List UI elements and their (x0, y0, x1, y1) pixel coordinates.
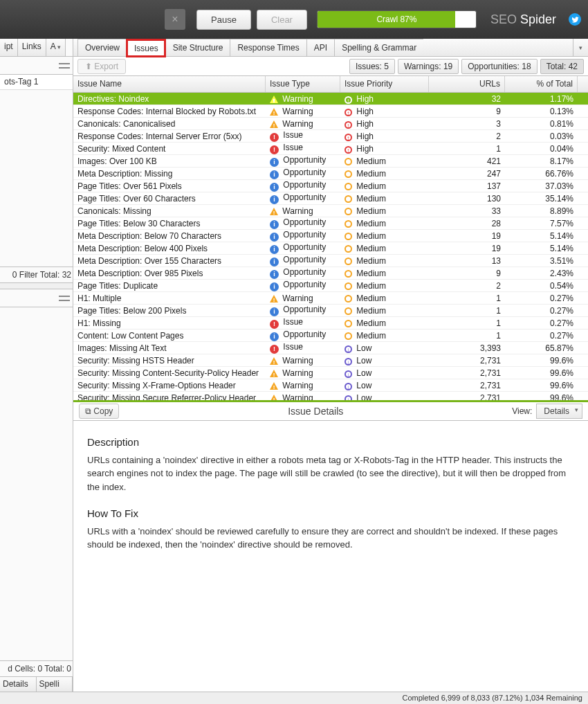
issue-icon (270, 145, 279, 154)
cell-pct: 0.81% (505, 118, 578, 129)
left-tab-links[interactable]: Links (18, 39, 46, 56)
export-button[interactable]: ⬆ Export (77, 59, 126, 74)
table-row[interactable]: H1: Missing Issue Medium10.27% (73, 317, 588, 330)
table-row[interactable]: Security: Missing HSTS Header Warning Lo… (73, 354, 588, 367)
table-row[interactable]: Directives: Noindex Warning High321.17% (73, 93, 588, 105)
table-row[interactable]: Page Titles: Over 561 Pixels Opportunity… (73, 180, 588, 192)
cell-pct: 5.14% (505, 231, 578, 242)
tab-response-times[interactable]: Response Times (230, 39, 306, 56)
cell-urls: 32 (429, 93, 505, 105)
table-row[interactable]: Page Titles: Below 200 Pixels Opportunit… (73, 305, 588, 317)
cell-pct: 0.27% (505, 305, 578, 316)
tab-api[interactable]: API (306, 39, 334, 56)
col-issue-name[interactable]: Issue Name (73, 76, 266, 92)
table-row[interactable]: Images: Over 100 KB Opportunity Medium42… (73, 155, 588, 168)
priority-med-icon (344, 332, 352, 340)
table-row[interactable]: Page Titles: Duplicate Opportunity Mediu… (73, 280, 588, 292)
table-row[interactable]: Content: Low Content Pages Opportunity M… (73, 330, 588, 342)
table-row[interactable]: Canonicals: Canonicalised Warning High30… (73, 118, 588, 130)
left-bottab-spelling[interactable]: Spelli (37, 677, 73, 692)
copy-button[interactable]: ⧉ Copy (79, 404, 119, 419)
col-issue-priority[interactable]: Issue Priority (340, 76, 429, 92)
cell-issue-type: Opportunity (266, 242, 340, 255)
col-pct[interactable]: % of Total (505, 76, 578, 92)
issue-details-title: Issue Details (119, 406, 512, 417)
warn-icon (270, 382, 278, 390)
opp-icon (270, 183, 279, 192)
cell-issue-priority: Medium (340, 168, 429, 179)
table-row[interactable]: Meta Description: Missing Opportunity Me… (73, 168, 588, 180)
crawl-progress: Crawl 87% (317, 10, 477, 28)
howtofix-heading: How To Fix (87, 506, 574, 522)
status-bar: Completed 6,999 of 8,033 (87.12%) 1,034 … (0, 692, 588, 704)
priority-high-icon (344, 146, 352, 154)
table-row[interactable]: Security: Missing Secure Referrer-Policy… (73, 392, 588, 400)
pill-warnings[interactable]: Warnings: 19 (398, 59, 459, 74)
table-row[interactable]: Images: Missing Alt Text Issue Low3,3936… (73, 342, 588, 354)
priority-med-icon (344, 220, 352, 228)
tab-overview[interactable]: Overview (77, 39, 127, 56)
table-row[interactable]: Page Titles: Below 30 Characters Opportu… (73, 217, 588, 230)
crawl-progress-label: Crawl 87% (318, 11, 476, 28)
left-sidebar: ipt Links A ots-Tag 1 0 Filter Total: 32… (0, 39, 73, 692)
issues-toolbar: ⬆ Export Issues: 5 Warnings: 19 Opportun… (73, 57, 588, 76)
cell-issue-priority: Low (340, 380, 429, 391)
table-row[interactable]: Security: Missing X-Frame-Options Header… (73, 379, 588, 392)
tab-issues[interactable]: Issues (127, 39, 165, 57)
cell-urls: 19 (429, 243, 505, 254)
cell-issue-priority: Medium (340, 231, 429, 242)
view-dropdown[interactable]: Details (536, 404, 582, 419)
main-panel: Overview Issues Site Structure Response … (73, 39, 588, 692)
pill-opportunities[interactable]: Opportunities: 18 (461, 59, 537, 74)
filter-sliders-icon[interactable] (59, 61, 70, 71)
left-tab-ipt[interactable]: ipt (0, 39, 18, 56)
table-row[interactable]: Meta Description: Over 155 Characters Op… (73, 255, 588, 267)
table-row[interactable]: Meta Description: Below 70 Characters Op… (73, 230, 588, 242)
cell-issue-priority: Medium (340, 156, 429, 167)
table-row[interactable]: Security: Mixed Content Issue High10.04% (73, 143, 588, 155)
left-bottab-details[interactable]: Details (0, 677, 37, 692)
cell-pct: 8.17% (505, 156, 578, 167)
col-urls[interactable]: URLs (429, 76, 505, 92)
cell-issue-priority: Medium (340, 255, 429, 267)
cell-issue-type: Issue (266, 129, 340, 143)
cell-issue-type: Issue (266, 142, 340, 155)
left-tag-cell[interactable]: ots-Tag 1 (0, 75, 73, 90)
cell-issue-type: Issue (266, 341, 340, 354)
cell-issue-name: Meta Description: Over 985 Pixels (73, 268, 266, 279)
clear-button[interactable]: Clear (257, 10, 307, 30)
tabs-overflow-icon[interactable]: ▾ (573, 39, 588, 56)
priority-low-icon (344, 358, 352, 365)
table-row[interactable]: Meta Description: Below 400 Pixels Oppor… (73, 242, 588, 255)
cell-urls: 3 (429, 118, 505, 129)
cell-urls: 130 (429, 193, 505, 204)
priority-med-icon (344, 295, 352, 303)
table-row[interactable]: H1: Multiple Warning Medium10.27% (73, 292, 588, 305)
table-row[interactable]: Response Codes: Internal Server Error (5… (73, 130, 588, 143)
table-row[interactable]: Meta Description: Over 985 Pixels Opport… (73, 267, 588, 280)
priority-med-icon (344, 307, 352, 315)
col-issue-type[interactable]: Issue Type (266, 76, 340, 92)
pill-issues[interactable]: Issues: 5 (349, 59, 395, 74)
warn-icon (270, 208, 278, 215)
table-row[interactable]: Page Titles: Over 60 Characters Opportun… (73, 192, 588, 205)
priority-med-icon (344, 208, 352, 215)
pause-button[interactable]: Pause (196, 10, 251, 30)
cell-issue-name: Response Codes: Internal Blocked by Robo… (73, 106, 266, 117)
tab-site-structure[interactable]: Site Structure (165, 39, 230, 56)
table-row[interactable]: Response Codes: Internal Blocked by Robo… (73, 105, 588, 118)
table-row[interactable]: Canonicals: Missing Warning Medium338.89… (73, 205, 588, 217)
close-tab-icon[interactable]: × (165, 9, 185, 30)
cell-urls: 9 (429, 106, 505, 117)
cell-pct: 2.43% (505, 268, 578, 279)
top-toolbar: × Pause Clear Crawl 87% SEO Spider (0, 0, 588, 39)
tab-spelling-grammar[interactable]: Spelling & Grammar (334, 39, 423, 56)
table-row[interactable]: Security: Missing Content-Security-Polic… (73, 367, 588, 379)
cell-pct: 35.14% (505, 193, 578, 204)
cell-urls: 1 (429, 143, 505, 154)
opp-icon (270, 233, 279, 242)
twitter-icon[interactable] (569, 13, 581, 26)
filter-sliders-icon[interactable] (59, 294, 70, 303)
left-tab-a[interactable]: A (46, 39, 66, 56)
description-text: URLs containing a 'noindex' directive in… (87, 453, 574, 494)
